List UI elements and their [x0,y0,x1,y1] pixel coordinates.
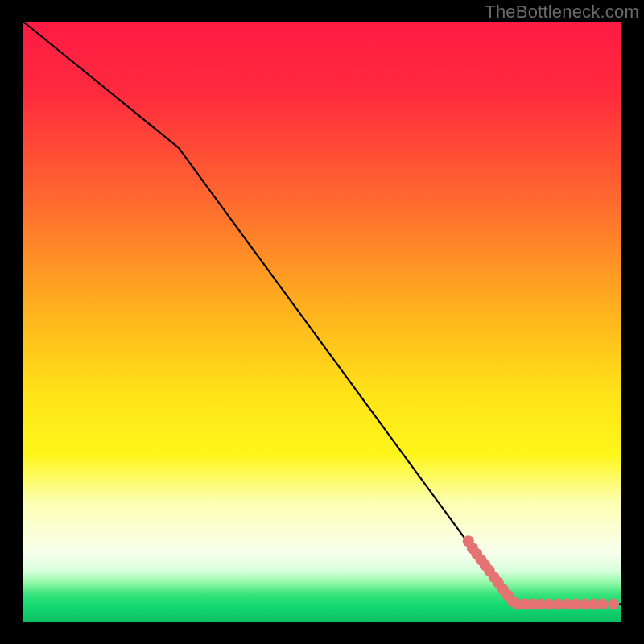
scatter-point [597,599,609,610]
chart-wrapper: TheBottleneck.com [0,0,644,644]
watermark-text: TheBottleneck.com [485,2,639,23]
bottleneck-chart [0,0,644,644]
scatter-point [608,599,619,610]
plot-background [23,22,621,622]
